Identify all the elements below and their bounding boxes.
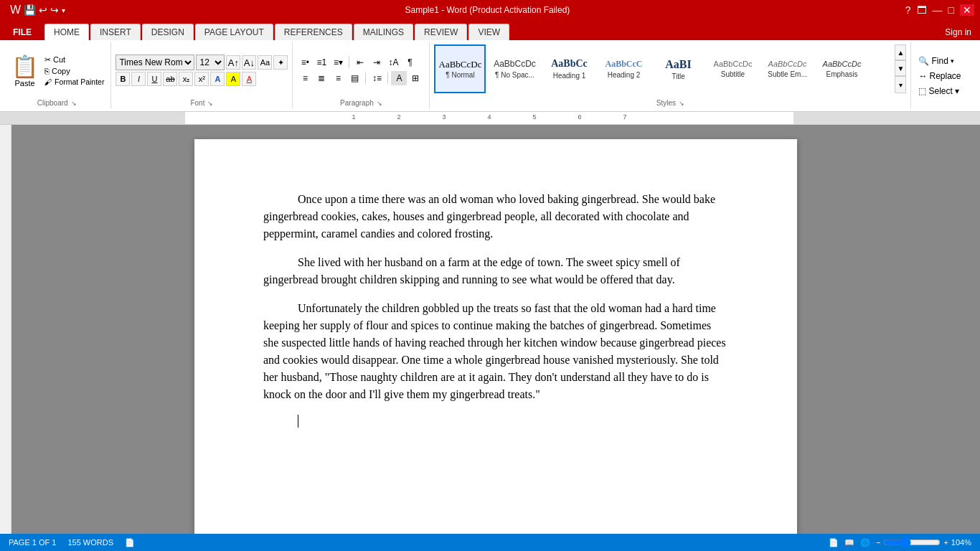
- multilevel-btn[interactable]: ≡▾: [330, 55, 346, 70]
- line-spacing-btn[interactable]: ↕≡: [369, 71, 385, 85]
- text-highlight-btn[interactable]: A: [226, 72, 240, 86]
- replace-icon: ↔: [918, 71, 927, 81]
- customize-quick-btn[interactable]: ▾: [62, 6, 65, 14]
- tab-design[interactable]: DESIGN: [142, 24, 194, 40]
- tab-view[interactable]: VIEW: [468, 24, 509, 40]
- style-item-3[interactable]: AaBbCcCHeading 2: [598, 44, 649, 93]
- increase-font-btn[interactable]: A↑: [226, 55, 240, 70]
- minimize-btn[interactable]: —: [933, 4, 943, 16]
- underline-button[interactable]: U: [147, 72, 161, 86]
- cut-icon: ✂: [44, 55, 51, 65]
- view-read-btn[interactable]: 📖: [844, 538, 854, 547]
- status-left: PAGE 1 OF 1 155 WORDS 📄: [9, 538, 135, 547]
- title-bar: W 💾 ↩ ↪ ▾ Sample1 - Word (Product Activa…: [0, 0, 980, 20]
- tab-file[interactable]: FILE: [3, 24, 42, 40]
- tab-review[interactable]: REVIEW: [415, 24, 467, 40]
- decrease-font-btn[interactable]: A↓: [242, 55, 256, 70]
- bullets-btn[interactable]: ≡•: [297, 55, 313, 70]
- paste-icon: 📋: [11, 54, 38, 79]
- copy-button[interactable]: ⎘ Copy: [42, 66, 106, 76]
- style-item-6[interactable]: AaBbCcDcSubtle Em...: [761, 44, 813, 93]
- tab-insert[interactable]: INSERT: [90, 24, 141, 40]
- view-web-btn[interactable]: 🌐: [860, 538, 870, 547]
- align-left-btn[interactable]: ≡: [297, 71, 313, 85]
- ruler-left: [0, 112, 185, 124]
- style-item-2[interactable]: AaBbCcHeading 1: [543, 44, 595, 93]
- font-row1: Times New Roman Arial Calibri 12 11 14 1…: [116, 55, 288, 70]
- text-effects-btn[interactable]: A: [210, 72, 225, 86]
- font-name-select[interactable]: Times New Roman Arial Calibri: [116, 55, 194, 70]
- paragraph-label: Paragraph ↘: [297, 98, 425, 107]
- clear-format-btn[interactable]: ✦: [273, 55, 288, 70]
- status-right: 📄 📖 🌐 − + 104%: [829, 537, 971, 548]
- bold-button[interactable]: B: [116, 72, 130, 86]
- justify-btn[interactable]: ▤: [347, 71, 362, 85]
- align-right-btn[interactable]: ≡: [330, 71, 346, 85]
- paragraph-expand-icon[interactable]: ↘: [377, 100, 382, 107]
- style-item-4[interactable]: AaBITitle: [652, 44, 704, 93]
- superscript-btn[interactable]: x²: [194, 72, 209, 86]
- maximize-btn[interactable]: □: [948, 4, 954, 16]
- sort-btn[interactable]: ↕A: [385, 55, 401, 70]
- paste-button[interactable]: 📋 Paste: [7, 52, 42, 89]
- styles-scroll-down-btn[interactable]: ▼: [895, 60, 906, 76]
- sign-in-btn[interactable]: Sign in: [939, 24, 977, 40]
- font-group: Times New Roman Arial Calibri 12 11 14 1…: [111, 42, 293, 108]
- select-button[interactable]: ⬚ Select ▾: [915, 85, 963, 98]
- tab-references[interactable]: REFERENCES: [275, 24, 352, 40]
- tab-mailings[interactable]: MAILINGS: [354, 24, 413, 40]
- font-color-btn[interactable]: A: [242, 72, 256, 86]
- zoom-slider[interactable]: [883, 537, 941, 548]
- shading-btn[interactable]: A: [391, 71, 407, 85]
- document-content: Once upon a time there was an old woman …: [263, 191, 728, 403]
- tab-page-layout[interactable]: PAGE LAYOUT: [195, 24, 273, 40]
- content-area[interactable]: Once upon a time there was an old woman …: [11, 125, 980, 534]
- strikethrough-btn[interactable]: ab: [163, 72, 177, 86]
- help-icon[interactable]: ?: [905, 4, 911, 16]
- close-btn[interactable]: ✕: [960, 4, 974, 16]
- tab-home[interactable]: HOME: [44, 24, 89, 40]
- format-painter-button[interactable]: 🖌 Format Painter: [42, 77, 106, 87]
- italic-button[interactable]: I: [131, 72, 146, 86]
- clipboard-expand-icon[interactable]: ↘: [71, 100, 77, 107]
- document-page[interactable]: Once upon a time there was an old woman …: [194, 139, 797, 534]
- zoom-out-btn[interactable]: −: [876, 538, 880, 547]
- styles-expand-icon[interactable]: ↘: [679, 100, 684, 107]
- show-hide-btn[interactable]: ¶: [402, 55, 418, 70]
- replace-button[interactable]: ↔ Replace: [915, 70, 963, 83]
- select-icon: ⬚: [918, 86, 926, 96]
- cut-button[interactable]: ✂ Cut: [42, 55, 106, 65]
- subscript-btn[interactable]: x₂: [179, 72, 193, 86]
- styles-label: Styles ↘: [434, 98, 906, 107]
- font-row2: B I U ab x₂ x² A A A: [116, 72, 288, 86]
- view-print-btn[interactable]: 📄: [829, 538, 839, 547]
- left-sidebar: [0, 125, 11, 534]
- styles-scroll-up-btn[interactable]: ▲: [895, 44, 906, 60]
- document-paragraph[interactable]: Unfortunately the children gobbled up th…: [263, 300, 728, 403]
- increase-indent-btn[interactable]: ⇥: [369, 55, 385, 70]
- borders-btn[interactable]: ⊞: [407, 71, 423, 85]
- font-expand-icon[interactable]: ↘: [207, 100, 213, 107]
- style-item-5[interactable]: AaBbCcDcSubtitle: [707, 44, 758, 93]
- paste-label: Paste: [14, 79, 34, 88]
- zoom-in-btn[interactable]: +: [943, 538, 948, 547]
- restore-icon[interactable]: 🗖: [917, 4, 927, 16]
- find-button[interactable]: 🔍 Find ▾: [915, 55, 963, 67]
- numbering-btn[interactable]: ≡1: [314, 55, 329, 70]
- change-case-btn[interactable]: Aa: [258, 55, 272, 70]
- redo-quick-btn[interactable]: ↪: [50, 4, 59, 16]
- word-count: 155 WORDS: [67, 538, 113, 547]
- styles-expand-btn[interactable]: ▾: [895, 76, 906, 93]
- font-size-select[interactable]: 12 11 14 16 18: [196, 55, 225, 70]
- align-center-btn[interactable]: ≣: [314, 71, 329, 85]
- styles-container: AaBbCcDc¶ NormalAaBbCcDc¶ No Spac...AaBb…: [434, 43, 906, 95]
- document-paragraph[interactable]: She lived with her husband on a farm at …: [263, 254, 728, 288]
- style-item-0[interactable]: AaBbCcDc¶ Normal: [434, 44, 486, 93]
- undo-quick-btn[interactable]: ↩: [39, 4, 47, 16]
- style-item-1[interactable]: AaBbCcDc¶ No Spac...: [489, 44, 540, 93]
- save-quick-btn[interactable]: 💾: [24, 4, 36, 16]
- document-paragraph[interactable]: Once upon a time there was an old woman …: [263, 191, 728, 242]
- style-item-7[interactable]: AaBbCcDcEmphasis: [816, 44, 867, 93]
- ruler-right: [793, 112, 980, 124]
- decrease-indent-btn[interactable]: ⇤: [352, 55, 368, 70]
